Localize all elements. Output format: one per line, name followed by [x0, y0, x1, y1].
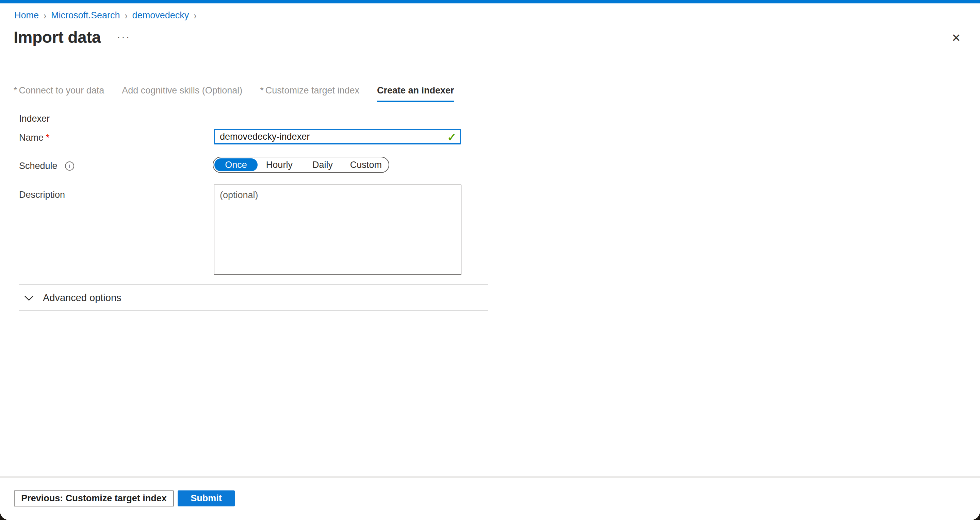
breadcrumb-demovedecky-link[interactable]: demovedecky: [132, 10, 189, 21]
tab-customize-target-index[interactable]: *Customize target index: [260, 85, 360, 102]
required-tab-marker: *: [260, 85, 264, 95]
close-icon[interactable]: ✕: [949, 30, 964, 46]
schedule-field-label: Schedule i: [19, 161, 74, 171]
submit-button[interactable]: Submit: [178, 490, 235, 506]
breadcrumb-microsoft-search-link[interactable]: Microsoft.Search: [51, 10, 120, 21]
divider: [19, 284, 488, 285]
breadcrumb-separator-icon: ›: [194, 10, 196, 21]
indexer-name-input[interactable]: [214, 129, 461, 144]
schedule-option-custom[interactable]: Custom: [344, 159, 388, 171]
footer-divider: [0, 477, 980, 477]
tab-label: Customize target index: [266, 85, 360, 95]
schedule-option-hourly[interactable]: Hourly: [258, 159, 301, 171]
description-textarea[interactable]: [214, 185, 461, 275]
schedule-segmented-control: Once Hourly Daily Custom: [213, 157, 389, 173]
tab-create-an-indexer[interactable]: Create an indexer: [377, 85, 454, 102]
required-marker: *: [46, 133, 50, 143]
schedule-option-daily[interactable]: Daily: [301, 159, 344, 171]
tab-label: Add cognitive skills (Optional): [122, 85, 242, 95]
more-options-button[interactable]: ···: [117, 31, 130, 42]
chevron-down-icon: [24, 295, 34, 301]
description-field-label: Description: [19, 190, 65, 200]
tab-label: Connect to your data: [19, 85, 105, 95]
import-data-panel: Home › Microsoft.Search › demovedecky › …: [0, 0, 980, 520]
breadcrumb-separator-icon: ›: [43, 10, 46, 21]
breadcrumb: Home › Microsoft.Search › demovedecky ›: [14, 10, 196, 21]
breadcrumb-separator-icon: ›: [125, 10, 127, 21]
divider: [19, 310, 488, 311]
advanced-options-label: Advanced options: [43, 292, 121, 303]
breadcrumb-home-link[interactable]: Home: [14, 10, 39, 21]
previous-step-button[interactable]: Previous: Customize target index: [14, 490, 174, 506]
wizard-tabs: *Connect to your data Add cognitive skil…: [14, 85, 454, 102]
schedule-label-text: Schedule: [19, 161, 57, 171]
name-field-label: Name*: [19, 133, 50, 143]
indexer-section-label: Indexer: [19, 114, 50, 124]
name-label-text: Name: [19, 133, 43, 143]
tab-add-cognitive-skills[interactable]: Add cognitive skills (Optional): [122, 85, 242, 102]
tab-connect-to-your-data[interactable]: *Connect to your data: [14, 85, 104, 102]
page-title: Import data: [14, 28, 101, 46]
azure-accent-bar: [0, 0, 980, 3]
schedule-option-once[interactable]: Once: [215, 159, 258, 171]
required-tab-marker: *: [14, 85, 18, 95]
name-input-wrapper: ✓: [214, 129, 461, 144]
advanced-options-toggle[interactable]: Advanced options: [24, 292, 121, 303]
info-icon[interactable]: i: [65, 162, 74, 171]
tab-label: Create an indexer: [377, 85, 454, 95]
